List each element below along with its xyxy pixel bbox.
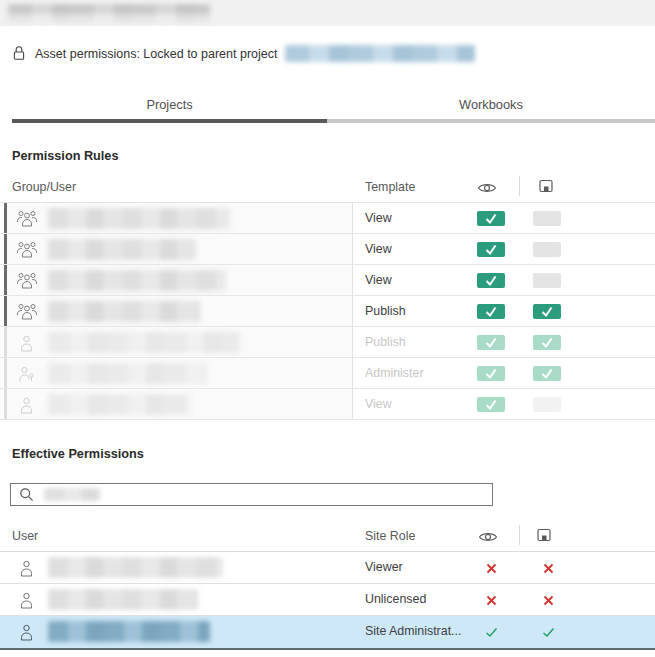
column-header-template: Template — [365, 180, 415, 194]
user-name-redacted — [48, 621, 210, 642]
template-select: Publish — [365, 327, 406, 357]
view-denied-x-icon — [484, 562, 498, 574]
site-role-value: Site Administrat... — [365, 616, 461, 647]
capability-view-granted-inherited — [477, 397, 505, 412]
permission-rule-row-inherited[interactable]: View — [0, 389, 655, 420]
capability-publish-unset[interactable] — [533, 242, 561, 257]
capability-view-granted-inherited — [477, 366, 505, 381]
template-select: Administer — [365, 358, 424, 388]
view-denied-x-icon — [484, 594, 498, 606]
user-search-input[interactable] — [10, 483, 493, 506]
parent-project-link-redacted[interactable] — [285, 45, 475, 62]
capability-publish-unset[interactable] — [533, 211, 561, 226]
person-icon — [20, 560, 33, 577]
lock-icon — [13, 45, 25, 61]
effective-permission-row-selected[interactable]: Site Administrat... — [0, 616, 655, 648]
template-select: View — [365, 389, 392, 419]
capability-view-granted-inherited — [477, 335, 505, 350]
publish-allowed-check-icon — [541, 626, 555, 638]
person-icon — [20, 624, 33, 641]
site-role-value: Unlicensed — [365, 584, 426, 615]
group-icon — [16, 241, 38, 258]
eye-icon — [478, 531, 498, 543]
group-name-redacted — [48, 239, 196, 260]
capability-view-granted[interactable] — [477, 273, 505, 288]
user-name-redacted — [48, 589, 198, 610]
window-titlebar — [0, 0, 655, 26]
permission-rule-row-inherited[interactable]: Publish — [0, 327, 655, 358]
group-icon — [16, 303, 38, 320]
permission-rules-title: Permission Rules — [12, 149, 118, 163]
column-header-user: User — [12, 529, 38, 543]
permissions-dialog: Asset permissions: Locked to parent proj… — [0, 0, 655, 657]
save-icon — [539, 179, 553, 193]
effective-permission-row[interactable]: Unlicensed — [0, 584, 655, 616]
capability-view-granted[interactable] — [477, 304, 505, 319]
group-name-redacted — [48, 270, 226, 291]
effective-permission-row[interactable]: Viewer — [0, 552, 655, 584]
view-allowed-check-icon — [484, 626, 498, 638]
site-role-value: Viewer — [365, 552, 403, 583]
tab-underline-active — [12, 119, 327, 123]
publish-denied-x-icon — [541, 594, 555, 606]
group-icon — [16, 272, 38, 289]
capability-view-granted[interactable] — [477, 242, 505, 257]
user-name-redacted — [48, 332, 240, 353]
effective-permissions-title: Effective Permissions — [12, 447, 144, 461]
tab-projects[interactable]: Projects — [12, 97, 327, 112]
capability-publish-granted-inherited — [533, 366, 561, 381]
permission-rule-row[interactable]: Publish — [0, 296, 655, 327]
permission-rule-row-inherited[interactable]: Administer — [0, 358, 655, 389]
window-title-redacted — [8, 4, 210, 22]
permission-rule-row[interactable]: View — [0, 234, 655, 265]
person-icon — [20, 397, 33, 414]
permission-rule-row[interactable]: View — [0, 265, 655, 296]
header-divider — [519, 525, 520, 545]
template-select[interactable]: Publish — [365, 296, 406, 326]
search-query-redacted — [44, 488, 100, 501]
effective-permissions-table: Viewer Unlicensed — [0, 551, 655, 650]
column-header-group-user: Group/User — [12, 180, 76, 194]
capability-publish-unset[interactable] — [533, 273, 561, 288]
tab-workbooks[interactable]: Workbooks — [327, 97, 655, 112]
permission-rule-row[interactable]: View — [0, 203, 655, 234]
tab-underline-track — [12, 119, 655, 123]
eye-icon — [477, 182, 497, 194]
group-name-redacted — [48, 208, 230, 229]
person-badge-icon — [19, 366, 35, 383]
header-divider — [519, 176, 520, 196]
user-name-redacted — [48, 557, 223, 578]
person-icon — [20, 592, 33, 609]
capability-publish-granted-inherited — [533, 335, 561, 350]
capability-view-granted[interactable] — [477, 211, 505, 226]
capability-publish-granted[interactable] — [533, 304, 561, 319]
template-select[interactable]: View — [365, 265, 392, 295]
capability-publish-unset-inherited — [533, 397, 561, 412]
publish-denied-x-icon — [541, 562, 555, 574]
user-name-redacted — [48, 363, 206, 384]
asset-permissions-text: Asset permissions: Locked to parent proj… — [35, 47, 277, 61]
template-select[interactable]: View — [365, 203, 392, 233]
save-icon — [537, 528, 551, 542]
column-header-site-role: Site Role — [365, 529, 415, 543]
template-select[interactable]: View — [365, 234, 392, 264]
search-icon — [19, 487, 34, 502]
permission-rules-table: View View — [0, 202, 655, 420]
user-name-redacted — [48, 394, 190, 415]
group-icon — [16, 210, 38, 227]
person-icon — [20, 335, 33, 352]
group-name-redacted — [48, 301, 200, 322]
